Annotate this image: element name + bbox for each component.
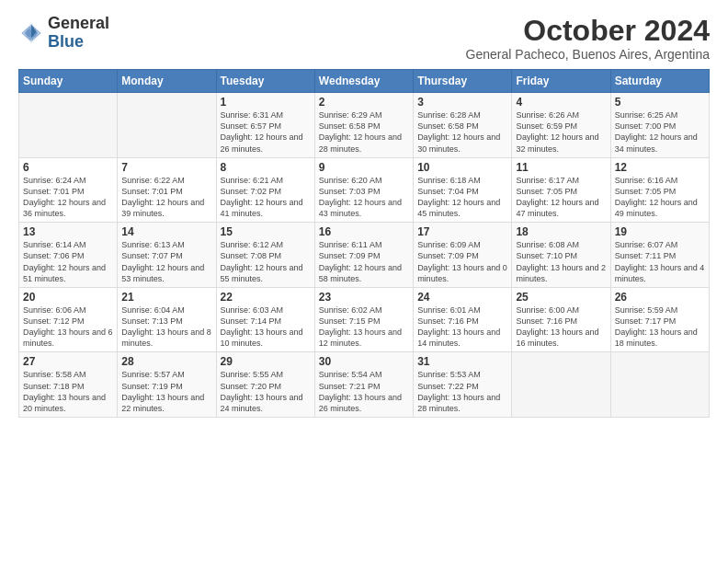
day-info: Sunrise: 5:59 AM Sunset: 7:17 PM Dayligh…	[615, 304, 705, 350]
location-subtitle: General Pacheco, Buenos Aires, Argentina	[466, 47, 710, 62]
calendar-cell: 21Sunrise: 6:04 AM Sunset: 7:13 PM Dayli…	[118, 287, 216, 352]
day-info: Sunrise: 6:31 AM Sunset: 6:57 PM Dayligh…	[221, 109, 311, 155]
day-info: Sunrise: 6:18 AM Sunset: 7:04 PM Dayligh…	[417, 175, 507, 220]
calendar-cell: 23Sunrise: 6:02 AM Sunset: 7:15 PM Dayli…	[314, 287, 413, 352]
calendar-cell: 5Sunrise: 6:25 AM Sunset: 7:00 PM Daylig…	[610, 93, 709, 158]
calendar-week-4: 20Sunrise: 6:06 AM Sunset: 7:12 PM Dayli…	[19, 287, 710, 352]
day-number: 30	[319, 355, 409, 368]
day-number: 17	[417, 225, 507, 238]
calendar-cell: 26Sunrise: 5:59 AM Sunset: 7:17 PM Dayli…	[610, 287, 709, 352]
day-number: 15	[221, 225, 311, 238]
day-info: Sunrise: 6:22 AM Sunset: 7:01 PM Dayligh…	[121, 175, 211, 220]
header: General Blue October 2024 General Pachec…	[18, 15, 710, 62]
day-info: Sunrise: 6:28 AM Sunset: 6:58 PM Dayligh…	[417, 109, 507, 155]
day-number: 21	[121, 291, 211, 304]
day-info: Sunrise: 5:55 AM Sunset: 7:20 PM Dayligh…	[221, 369, 311, 414]
logo-icon	[18, 20, 44, 46]
calendar-cell: 3Sunrise: 6:28 AM Sunset: 6:58 PM Daylig…	[414, 93, 512, 158]
calendar-cell: 19Sunrise: 6:07 AM Sunset: 7:11 PM Dayli…	[610, 223, 709, 288]
calendar-cell: 30Sunrise: 5:54 AM Sunset: 7:21 PM Dayli…	[314, 352, 413, 418]
day-info: Sunrise: 6:07 AM Sunset: 7:11 PM Dayligh…	[615, 239, 705, 284]
day-info: Sunrise: 6:14 AM Sunset: 7:06 PM Dayligh…	[23, 239, 113, 284]
weekday-header-saturday: Saturday	[610, 70, 709, 93]
day-info: Sunrise: 6:12 AM Sunset: 7:08 PM Dayligh…	[221, 239, 311, 284]
day-info: Sunrise: 6:16 AM Sunset: 7:05 PM Dayligh…	[615, 175, 705, 220]
calendar-cell: 7Sunrise: 6:22 AM Sunset: 7:01 PM Daylig…	[118, 157, 216, 223]
day-number: 23	[319, 291, 409, 304]
day-info: Sunrise: 6:06 AM Sunset: 7:12 PM Dayligh…	[23, 304, 113, 350]
day-number: 25	[516, 291, 606, 304]
logo-text: General Blue	[48, 15, 109, 52]
calendar-cell: 18Sunrise: 6:08 AM Sunset: 7:10 PM Dayli…	[512, 223, 610, 288]
day-info: Sunrise: 6:01 AM Sunset: 7:16 PM Dayligh…	[417, 304, 507, 350]
day-info: Sunrise: 6:29 AM Sunset: 6:58 PM Dayligh…	[319, 109, 409, 155]
calendar-cell: 20Sunrise: 6:06 AM Sunset: 7:12 PM Dayli…	[19, 287, 118, 352]
day-info: Sunrise: 6:02 AM Sunset: 7:15 PM Dayligh…	[319, 304, 409, 350]
calendar-week-5: 27Sunrise: 5:58 AM Sunset: 7:18 PM Dayli…	[19, 352, 710, 418]
day-number: 9	[319, 161, 409, 174]
calendar-cell: 24Sunrise: 6:01 AM Sunset: 7:16 PM Dayli…	[414, 287, 512, 352]
day-number: 12	[615, 161, 705, 174]
calendar-cell	[19, 93, 118, 158]
day-number: 14	[121, 225, 211, 238]
day-info: Sunrise: 6:04 AM Sunset: 7:13 PM Dayligh…	[121, 304, 211, 350]
day-number: 24	[417, 291, 507, 304]
day-info: Sunrise: 6:21 AM Sunset: 7:02 PM Dayligh…	[221, 175, 311, 220]
calendar-cell: 9Sunrise: 6:20 AM Sunset: 7:03 PM Daylig…	[314, 157, 413, 223]
day-info: Sunrise: 6:26 AM Sunset: 6:59 PM Dayligh…	[516, 109, 606, 155]
day-number: 3	[417, 96, 507, 109]
day-number: 19	[615, 225, 705, 238]
weekday-header-wednesday: Wednesday	[314, 70, 413, 93]
calendar-week-3: 13Sunrise: 6:14 AM Sunset: 7:06 PM Dayli…	[19, 223, 710, 288]
day-number: 20	[23, 291, 113, 304]
calendar-cell: 29Sunrise: 5:55 AM Sunset: 7:20 PM Dayli…	[216, 352, 314, 418]
calendar-cell	[610, 352, 709, 418]
calendar-cell: 6Sunrise: 6:24 AM Sunset: 7:01 PM Daylig…	[19, 157, 118, 223]
calendar-week-2: 6Sunrise: 6:24 AM Sunset: 7:01 PM Daylig…	[19, 157, 710, 223]
calendar-cell: 27Sunrise: 5:58 AM Sunset: 7:18 PM Dayli…	[19, 352, 118, 418]
logo-general: General	[48, 15, 109, 33]
calendar-cell: 15Sunrise: 6:12 AM Sunset: 7:08 PM Dayli…	[216, 223, 314, 288]
day-info: Sunrise: 6:00 AM Sunset: 7:16 PM Dayligh…	[516, 304, 606, 350]
calendar-cell	[512, 352, 610, 418]
calendar-cell: 8Sunrise: 6:21 AM Sunset: 7:02 PM Daylig…	[216, 157, 314, 223]
day-number: 11	[516, 161, 606, 174]
day-number: 1	[221, 96, 311, 109]
day-info: Sunrise: 6:13 AM Sunset: 7:07 PM Dayligh…	[121, 239, 211, 284]
calendar-cell: 4Sunrise: 6:26 AM Sunset: 6:59 PM Daylig…	[512, 93, 610, 158]
title-area: October 2024 General Pacheco, Buenos Air…	[466, 15, 710, 62]
day-number: 27	[23, 355, 113, 368]
month-title: October 2024	[466, 15, 710, 47]
calendar-cell: 14Sunrise: 6:13 AM Sunset: 7:07 PM Dayli…	[118, 223, 216, 288]
calendar-cell: 13Sunrise: 6:14 AM Sunset: 7:06 PM Dayli…	[19, 223, 118, 288]
day-number: 10	[417, 161, 507, 174]
calendar-cell: 28Sunrise: 5:57 AM Sunset: 7:19 PM Dayli…	[118, 352, 216, 418]
day-number: 28	[121, 355, 211, 368]
day-info: Sunrise: 6:09 AM Sunset: 7:09 PM Dayligh…	[417, 239, 507, 284]
day-info: Sunrise: 5:58 AM Sunset: 7:18 PM Dayligh…	[23, 369, 113, 414]
calendar-cell: 25Sunrise: 6:00 AM Sunset: 7:16 PM Dayli…	[512, 287, 610, 352]
day-number: 22	[221, 291, 311, 304]
weekday-header-friday: Friday	[512, 70, 610, 93]
calendar-week-1: 1Sunrise: 6:31 AM Sunset: 6:57 PM Daylig…	[19, 93, 710, 158]
day-number: 31	[417, 355, 507, 368]
day-info: Sunrise: 6:25 AM Sunset: 7:00 PM Dayligh…	[615, 109, 705, 155]
page: General Blue October 2024 General Pachec…	[0, 0, 728, 563]
calendar-cell: 31Sunrise: 5:53 AM Sunset: 7:22 PM Dayli…	[414, 352, 512, 418]
day-number: 5	[615, 96, 705, 109]
calendar-cell: 16Sunrise: 6:11 AM Sunset: 7:09 PM Dayli…	[314, 223, 413, 288]
day-number: 18	[516, 225, 606, 238]
logo: General Blue	[18, 15, 109, 52]
day-number: 26	[615, 291, 705, 304]
weekday-header-tuesday: Tuesday	[216, 70, 314, 93]
day-number: 6	[23, 161, 113, 174]
day-info: Sunrise: 6:24 AM Sunset: 7:01 PM Dayligh…	[23, 175, 113, 220]
day-info: Sunrise: 5:54 AM Sunset: 7:21 PM Dayligh…	[319, 369, 409, 414]
calendar-cell	[118, 93, 216, 158]
day-number: 13	[23, 225, 113, 238]
day-info: Sunrise: 5:57 AM Sunset: 7:19 PM Dayligh…	[121, 369, 211, 414]
day-info: Sunrise: 6:03 AM Sunset: 7:14 PM Dayligh…	[221, 304, 311, 350]
weekday-header-row: SundayMondayTuesdayWednesdayThursdayFrid…	[19, 70, 710, 93]
calendar-cell: 12Sunrise: 6:16 AM Sunset: 7:05 PM Dayli…	[610, 157, 709, 223]
day-number: 16	[319, 225, 409, 238]
